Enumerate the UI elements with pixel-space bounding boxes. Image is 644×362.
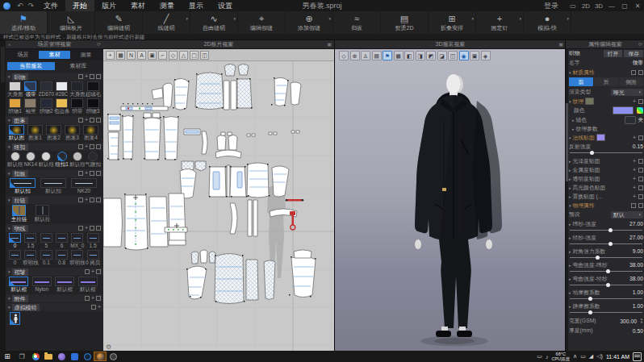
menu-item[interactable]: 文件 (36, 0, 65, 11)
fabric-swatch[interactable]: #28C (54, 81, 69, 98)
tool-3d-button[interactable]: ◪ (437, 51, 447, 60)
physics-slider[interactable]: ▸ 动摩擦系数 1.00 (569, 289, 643, 301)
topstitch-item[interactable]: 1.5 (23, 233, 38, 249)
section-actions[interactable]: + (78, 74, 101, 79)
tool-3d-button[interactable]: ◫ (448, 51, 458, 60)
section-actions[interactable]: + (78, 198, 101, 202)
reflect-slider[interactable]: 反射强度 0.15 (569, 143, 643, 155)
taskbar-app-blue-icon[interactable] (68, 352, 81, 361)
button-item[interactable]: 默认纽 (39, 152, 54, 168)
topstitch-item[interactable]: 双明线 (69, 250, 85, 266)
material-subtab[interactable]: 当前服装 (7, 62, 55, 70)
save-button[interactable]: 保存 (624, 50, 643, 57)
pucker-section-header[interactable]: ▾ 褶皱 + (6, 268, 103, 276)
attachment-section-header[interactable]: ▾ 附件 + (6, 294, 103, 302)
tool-2d-button[interactable]: ▣ (148, 51, 157, 60)
map-row[interactable]: ▸ 透明度贴图 + (569, 174, 643, 183)
app-logo-icon[interactable] (3, 2, 10, 10)
pattern-section-header[interactable]: ▾ 图案 + (6, 116, 103, 124)
tray-app-icon[interactable]: ♪ (546, 354, 549, 360)
buttonhole-item[interactable]: NK20 (69, 178, 99, 194)
fabric-swatch[interactable]: 起绒毛 (85, 81, 100, 98)
pucker-item[interactable]: 默认褶 (7, 277, 31, 293)
side-tab[interactable]: 侧面 (619, 77, 643, 86)
preset-dropdown[interactable]: 默认▾ (611, 211, 643, 218)
tool-2d-button[interactable]: ◇ (169, 51, 178, 60)
chevron-down-icon[interactable]: ▾ (471, 16, 474, 21)
menu-item[interactable]: 素材 (123, 0, 153, 11)
material-section-header[interactable]: ▾材质属性 (569, 68, 643, 77)
tool-3d-button[interactable]: ♙ (361, 51, 370, 60)
fabric-swatch[interactable]: 大身面 (69, 81, 85, 98)
pucker-item[interactable]: 默认褶 (77, 277, 100, 293)
material-subtab[interactable]: 素材库 (55, 62, 102, 70)
tool-3d-button[interactable]: ⊕ (350, 51, 360, 60)
fabric-swatch[interactable]: 织带 (69, 98, 85, 114)
menu-item[interactable]: 测量 (153, 0, 182, 11)
fabric-swatch[interactable]: 领带 (23, 81, 38, 98)
clock[interactable]: 11:41 AM (606, 354, 629, 360)
layout-toggle[interactable]: ▭ (567, 2, 579, 10)
tool-2d-button[interactable]: △ (179, 51, 188, 60)
topstitch-item[interactable]: 0.1 (39, 250, 54, 266)
minimize-button[interactable]: — (605, 2, 618, 10)
tool-2d-button[interactable]: ▦ (116, 51, 125, 60)
view-3d-toggle[interactable]: 3D (592, 2, 605, 10)
button-item[interactable]: 气眼扣 (85, 152, 100, 168)
fabric-swatch[interactable]: 包边条 (54, 98, 69, 114)
map-row[interactable]: ▸ 置换贴图 (... + (569, 192, 643, 201)
collapsed-style-panel[interactable] (0, 40, 6, 351)
pattern-item[interactable]: 图案4 (82, 125, 100, 141)
physics-section-header[interactable]: ▾物理属性 (569, 201, 643, 210)
pattern-item[interactable]: 图案1 (26, 125, 44, 141)
normal-map-section-header[interactable]: ▾法线贴图 + (569, 133, 643, 142)
tool-2d-button[interactable]: N (127, 51, 136, 60)
name-value[interactable]: 领带 (632, 59, 643, 67)
gear-icon[interactable]: ⚙ (106, 343, 111, 351)
physics-slider[interactable]: ▸ 纬纱-强度 27.00 (569, 220, 643, 232)
topstitch-section-header[interactable]: ▾ 明线 + (6, 224, 103, 232)
ribbon-tool[interactable]: ⌖ 编辑假缝 ▾ (238, 11, 286, 34)
pucker-item[interactable]: Nylon (31, 277, 54, 293)
ribbon-tool[interactable]: ╱ 线缝纫 ▾ (143, 11, 190, 34)
chevron-down-icon[interactable]: ▾ (233, 16, 236, 21)
buttonhole-item[interactable]: 默认扣 (7, 178, 38, 194)
section-actions[interactable]: + (78, 118, 101, 123)
refresh-icon[interactable]: ⟳ (638, 40, 642, 48)
weight-value[interactable]: 300.00 (620, 318, 637, 324)
popout-icon[interactable]: ▣ (327, 40, 332, 48)
topstitch-item[interactable]: 5 (39, 233, 54, 249)
tool-3d-button[interactable]: ◩ (426, 51, 436, 60)
tool-3d-button[interactable]: ◧ (404, 51, 414, 60)
button-item[interactable]: 默认纽 (69, 152, 85, 168)
maximize-button[interactable]: ▢ (618, 2, 631, 10)
ribbon-tool[interactable]: ◺ 编辑板片 ▾ (48, 11, 95, 34)
taskbar-chrome-icon[interactable] (29, 352, 42, 361)
ribbon-tool[interactable]: ≈ 归拔 ▾ (333, 11, 381, 34)
section-actions[interactable]: + (78, 144, 101, 149)
close-button[interactable]: ✕ (631, 2, 644, 10)
chevron-down-icon[interactable]: ▾ (328, 16, 331, 21)
undo-icon[interactable]: ↶ (17, 2, 23, 10)
topstitch-item[interactable]: 0 拷贝 (85, 250, 100, 266)
volume-icon[interactable]: ◁) (596, 353, 603, 360)
login-button[interactable]: 登录 (544, 1, 558, 11)
menu-item[interactable]: 显示 (182, 0, 211, 11)
ribbon-tool[interactable]: ▤ 熨烫2D ▾ (381, 11, 429, 34)
avatar-item[interactable] (7, 312, 23, 325)
buttonhole-section-header[interactable]: ▾ 扣眼 + (6, 169, 103, 177)
tool-3d-button[interactable]: ▤ (372, 51, 382, 60)
tool-2d-button[interactable]: ▢ (190, 51, 199, 60)
taskbar-app-purple-icon[interactable] (55, 352, 68, 361)
section-actions[interactable]: + (85, 296, 101, 301)
network-icon[interactable]: ◢ (589, 353, 593, 360)
menu-item[interactable]: 版片 (94, 0, 123, 11)
ribbon-tool[interactable]: ⊞ 折叠安排 ▾ (429, 11, 476, 34)
physics-slider[interactable]: ▸ 弯曲强度-经纱 38.00 (569, 275, 643, 287)
buttonhole-item[interactable]: 默认扣 (38, 178, 69, 194)
physics-slider[interactable]: ▸ 弯曲强度-纬纱 38.00 (569, 261, 643, 273)
topstitch-item[interactable]: MX_0 (69, 233, 85, 249)
props-scrollbar[interactable] (566, 48, 568, 351)
render-type-dropdown[interactable]: 哑光▾ (611, 89, 643, 96)
topstitch-item[interactable]: 6 (54, 233, 69, 249)
